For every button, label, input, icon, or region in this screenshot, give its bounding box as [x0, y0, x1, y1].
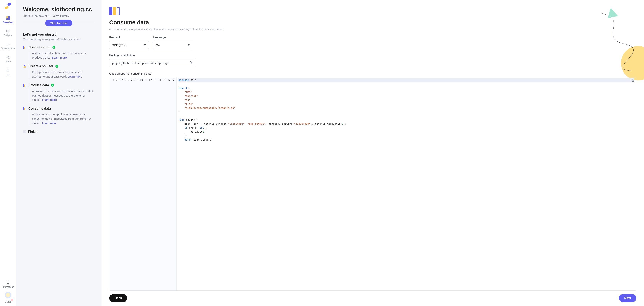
copy-code-icon[interactable] — [631, 79, 634, 82]
skip-button[interactable]: Skip for now — [45, 20, 72, 26]
svg-rect-1 — [8, 30, 10, 32]
step-body: Each producer/consumer has to have a use… — [29, 70, 95, 79]
step-create-station: Create Station ✓ A station is a distribu… — [23, 45, 95, 60]
main-panel: Consume data A consumer is the applicati… — [102, 0, 644, 306]
logs-icon — [6, 68, 10, 72]
nav-users[interactable]: Users — [5, 55, 11, 63]
step-body: A consumer is the application/service th… — [29, 112, 95, 125]
step-title: Consume data — [28, 107, 51, 110]
svg-point-5 — [8, 56, 9, 57]
update-dot-icon — [12, 300, 13, 301]
get-started-sub: Your streaming journey with Memphis star… — [23, 38, 95, 41]
step-body: A producer is the source application/ser… — [29, 89, 95, 102]
next-button[interactable]: Next — [619, 294, 636, 302]
overview-icon — [6, 16, 10, 20]
check-icon: ✓ — [51, 84, 54, 87]
protocol-select[interactable]: SDK (TCP) — [109, 41, 149, 49]
step-title: Create App user — [28, 64, 54, 68]
install-label: Package installation — [109, 53, 636, 57]
language-label: Language — [153, 36, 192, 39]
language-value: Go — [156, 43, 160, 47]
nav-logs-label: Logs — [5, 73, 10, 76]
language-select[interactable]: Go — [153, 41, 192, 49]
integrations-icon — [6, 281, 10, 285]
welcome-quote: “Data is the new oil” — Clive Humby — [23, 14, 95, 17]
step-consume-data: Consume data A consumer is the applicati… — [23, 107, 95, 125]
step-create-app-user: Create App user ✓ Each producer/consumer… — [23, 64, 95, 79]
nav-logs[interactable]: Logs — [5, 68, 10, 76]
station-icon — [23, 46, 26, 49]
learn-more-link[interactable]: Learn more — [42, 98, 57, 101]
produce-icon — [23, 84, 26, 86]
step-title: Produce data — [28, 83, 49, 87]
flag-icon — [23, 130, 26, 133]
learn-more-link[interactable]: Learn more — [68, 75, 82, 78]
snippet-label: Code snippet for consuming data — [109, 72, 636, 75]
brand-logo — [5, 3, 11, 9]
svg-line-3 — [8, 43, 8, 45]
section-brand-icon — [109, 6, 636, 15]
nav-overview[interactable]: Overview — [3, 16, 13, 24]
welcome-heading: Welcome, slothcoding.cc — [23, 6, 95, 13]
protocol-field: Protocol SDK (TCP) — [109, 36, 149, 49]
nav-overview-label: Overview — [3, 21, 13, 24]
step-body: A station is a distributed unit that sto… — [29, 51, 95, 60]
user-avatar[interactable] — [5, 292, 11, 298]
install-command: go get github.com/memphisdev/memphis.go — [112, 61, 168, 65]
schemaverse-icon — [6, 42, 10, 46]
learn-more-link[interactable]: Learn more — [52, 56, 67, 59]
nav-stations-label: Stations — [4, 34, 12, 37]
nav-schemaverse-label: Schemaverse — [1, 47, 15, 50]
main-description: A consumer is the application/service th… — [109, 27, 636, 31]
code-gutter: 1 2 3 4 5 6 7 8 9 10 11 12 13 14 15 16 1… — [110, 77, 176, 291]
copy-icon[interactable] — [190, 61, 192, 65]
check-icon: ✓ — [52, 46, 56, 49]
main-title: Consume data — [109, 19, 636, 26]
nav-schemaverse[interactable]: Schemaverse — [1, 42, 15, 50]
learn-more-link[interactable]: Learn more — [42, 121, 57, 125]
protocol-label: Protocol — [109, 36, 149, 39]
check-icon: ✓ — [56, 65, 58, 68]
onboarding-panel: Welcome, slothcoding.cc “Data is the new… — [16, 0, 102, 306]
users-icon — [6, 55, 10, 59]
svg-rect-0 — [6, 30, 8, 32]
consume-icon — [23, 107, 26, 110]
step-produce-data: Produce data ✓ A producer is the source … — [23, 83, 95, 102]
nav-integrations-label: Integrations — [2, 286, 14, 288]
nav-users-label: Users — [5, 60, 11, 63]
protocol-value: SDK (TCP) — [112, 43, 126, 47]
get-started-heading: Let’s get you started — [23, 32, 95, 36]
app-user-icon — [23, 65, 26, 68]
stations-icon — [6, 29, 10, 33]
svg-point-4 — [7, 56, 8, 57]
version-label: v1.1.1 — [5, 301, 11, 303]
nav-integrations[interactable]: Integrations — [2, 281, 14, 288]
chevron-down-icon — [144, 44, 146, 45]
step-finish: Finish — [23, 130, 95, 134]
code-editor[interactable]: 1 2 3 4 5 6 7 8 9 10 11 12 13 14 15 16 1… — [109, 77, 636, 291]
step-title: Finish — [28, 130, 38, 134]
decoration-circle — [621, 46, 644, 80]
chevron-down-icon — [188, 44, 190, 45]
step-title: Create Station — [28, 45, 50, 49]
nav-stations[interactable]: Stations — [4, 29, 12, 37]
back-button[interactable]: Back — [109, 294, 127, 302]
code-body: package main import ( "fmt" "context" "o… — [176, 77, 636, 291]
nav-rail: Overview Stations Schemaverse Users Logs… — [0, 0, 16, 306]
language-field: Language Go — [153, 36, 192, 49]
decoration-triangle — [606, 7, 618, 18]
install-command-box: go get github.com/memphisdev/memphis.go — [109, 59, 196, 67]
